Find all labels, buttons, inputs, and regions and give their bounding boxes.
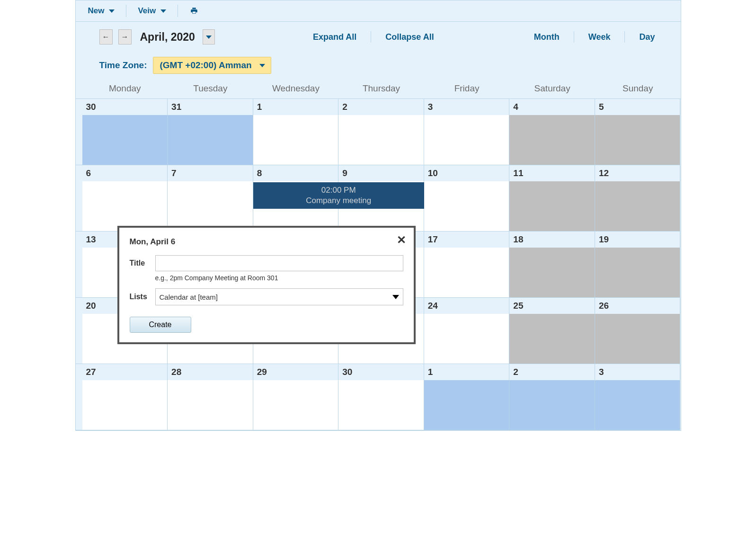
day-number: 11 xyxy=(509,165,595,181)
next-button[interactable]: → xyxy=(118,29,132,45)
calendar-cell[interactable]: 26 xyxy=(595,298,681,364)
day-number: 18 xyxy=(509,231,595,248)
calendar-cell[interactable]: 6 xyxy=(82,165,168,231)
chevron-down-icon xyxy=(109,9,115,13)
lists-value: Calendar at [team] xyxy=(160,293,218,301)
day-number: 25 xyxy=(509,298,595,314)
lists-select[interactable]: Calendar at [team] xyxy=(155,288,403,305)
week-view-link[interactable]: Week xyxy=(587,31,613,43)
day-header: Monday xyxy=(82,83,168,94)
title-label: Title xyxy=(130,259,150,267)
title-input[interactable] xyxy=(155,255,403,271)
day-number: 28 xyxy=(168,364,253,380)
day-header: Wednesday xyxy=(253,83,339,94)
cell-body xyxy=(253,380,338,430)
prev-button[interactable]: ← xyxy=(99,29,113,45)
day-number: 12 xyxy=(595,165,680,181)
calendar-cell[interactable]: 29 xyxy=(253,364,339,430)
timezone-select[interactable]: (GMT +02:00) Amman xyxy=(153,57,271,74)
day-number: 24 xyxy=(424,298,509,314)
close-icon[interactable]: ✕ xyxy=(397,233,406,247)
calendar-cell[interactable]: 31 xyxy=(168,99,253,165)
row-gutter xyxy=(76,165,82,231)
calendar-cell[interactable]: 28 xyxy=(168,364,253,430)
calendar-cell[interactable]: 25 xyxy=(509,298,595,364)
row-gutter xyxy=(76,231,82,298)
print-icon xyxy=(189,7,199,15)
cell-body xyxy=(595,248,680,297)
cell-body xyxy=(253,115,338,165)
calendar-cell[interactable]: 2 xyxy=(338,99,424,165)
day-number: 17 xyxy=(424,231,509,248)
day-header: Thursday xyxy=(338,83,424,94)
cell-body xyxy=(509,115,595,165)
calendar-cell[interactable]: 30 xyxy=(82,99,168,165)
calendar-cell[interactable]: 3 xyxy=(595,364,681,430)
calendar-cell[interactable]: 11 xyxy=(509,165,595,231)
day-number: 27 xyxy=(82,364,168,380)
day-headers: Monday Tuesday Wednesday Thursday Friday… xyxy=(76,80,681,98)
calendar-app: New Veiw ← → April, 2020 Expand All Coll… xyxy=(75,0,681,431)
calendar-cell[interactable]: 17 xyxy=(424,231,510,298)
calendar-cell[interactable]: 4 xyxy=(509,99,595,165)
chevron-down-icon xyxy=(206,36,212,39)
calendar-cell[interactable]: 1 xyxy=(253,99,339,165)
calendar-cell[interactable]: 3 xyxy=(424,99,510,165)
month-title: April, 2020 xyxy=(140,31,195,44)
row-gutter xyxy=(76,99,82,165)
cell-body xyxy=(509,181,595,231)
day-number: 7 xyxy=(168,165,253,181)
calendar-cell[interactable]: 24 xyxy=(424,298,510,364)
calendar-cell[interactable]: 30 xyxy=(338,364,424,430)
cell-body xyxy=(168,380,253,430)
cell-body xyxy=(595,314,680,364)
cell-body xyxy=(509,248,595,297)
view-label: Veiw xyxy=(138,6,156,16)
separator xyxy=(574,31,574,43)
chevron-down-icon xyxy=(160,9,166,13)
event-time: 02:00 PM xyxy=(321,185,356,196)
calendar-cell[interactable]: 7 xyxy=(168,165,253,231)
navbar: ← → April, 2020 Expand All Collapse All … xyxy=(76,22,681,49)
expand-all-link[interactable]: Expand All xyxy=(311,31,358,43)
create-button[interactable]: Create xyxy=(130,317,191,333)
calendar-cell[interactable]: 27 xyxy=(82,364,168,430)
print-button[interactable] xyxy=(186,5,203,17)
day-number: 5 xyxy=(595,99,680,115)
day-number: 2 xyxy=(509,364,595,380)
cell-body xyxy=(595,115,680,165)
calendar-cell[interactable]: 2 xyxy=(509,364,595,430)
calendar-cell[interactable]: 12 xyxy=(595,165,681,231)
cell-body xyxy=(424,314,509,364)
month-view-link[interactable]: Month xyxy=(532,31,561,43)
day-number: 10 xyxy=(424,165,509,181)
calendar-cell[interactable]: 18 xyxy=(509,231,595,298)
day-number: 9 xyxy=(338,165,424,181)
calendar-cell[interactable]: 10 xyxy=(424,165,510,231)
day-view-link[interactable]: Day xyxy=(637,31,657,43)
cell-body xyxy=(82,115,168,165)
calendar-cell[interactable]: 5 xyxy=(595,99,681,165)
timezone-value: (GMT +02:00) Amman xyxy=(160,60,252,71)
calendar-cell[interactable]: 1 xyxy=(424,364,510,430)
view-menu[interactable]: Veiw xyxy=(134,4,170,18)
separator xyxy=(371,31,371,43)
cell-body xyxy=(168,115,253,165)
day-number: 1 xyxy=(424,364,509,380)
month-picker-button[interactable] xyxy=(203,29,215,45)
collapse-all-link[interactable]: Collapse All xyxy=(383,31,436,43)
day-header: Saturday xyxy=(509,83,595,94)
title-hint: e.g., 2pm Company Meeting at Room 301 xyxy=(155,274,403,282)
cell-body xyxy=(82,181,168,231)
calendar-cell[interactable]: 19 xyxy=(595,231,681,298)
popup-date: Mon, April 6 xyxy=(130,237,403,247)
day-number: 31 xyxy=(168,99,253,115)
cell-body xyxy=(595,380,680,430)
day-number: 3 xyxy=(595,364,680,380)
chevron-down-icon xyxy=(392,295,399,299)
new-menu[interactable]: New xyxy=(84,4,119,18)
day-number: 26 xyxy=(595,298,680,314)
row-gutter xyxy=(76,298,82,364)
cell-body xyxy=(424,248,509,297)
calendar-event[interactable]: 02:00 PM Company meeting xyxy=(253,182,424,209)
